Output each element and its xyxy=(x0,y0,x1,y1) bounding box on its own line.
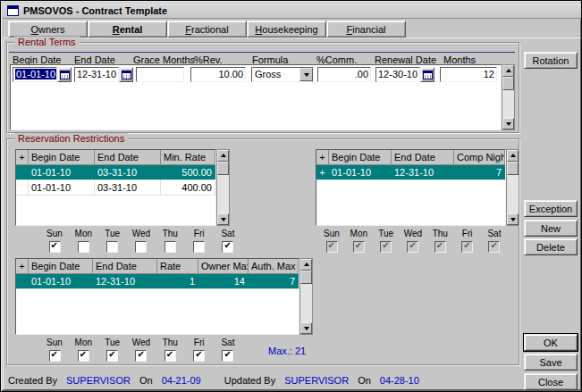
formula-combobox[interactable]: Gross xyxy=(251,67,314,82)
scroll-up-button[interactable] xyxy=(507,150,519,162)
col-auth-max: Auth. Max xyxy=(249,259,299,274)
scroll-down-button[interactable] xyxy=(502,118,514,129)
min-rate-row[interactable]: 01-01-10 03-31-10 400.00 xyxy=(16,180,215,196)
renewal-date-calendar-button[interactable] xyxy=(420,67,434,82)
begin-date-calendar-button[interactable] xyxy=(57,67,72,82)
tab-financial[interactable]: Financial xyxy=(326,21,406,38)
day-thu: Thu xyxy=(156,338,183,362)
empty-rows-area xyxy=(316,180,505,225)
formula-dropdown-button[interactable] xyxy=(299,68,313,81)
day-wed: Wed xyxy=(400,229,426,253)
tab-rental[interactable]: Rental xyxy=(88,21,167,38)
day-checkbox-sat[interactable] xyxy=(222,241,233,253)
title-bar[interactable]: PMSOVOS - Contract Template xyxy=(3,3,581,19)
scroll-down-button[interactable] xyxy=(300,322,312,334)
day-checkbox-sun[interactable] xyxy=(49,241,61,253)
day-label: Wed xyxy=(404,229,422,238)
day-label: Tue xyxy=(378,229,393,238)
scroll-up-button[interactable] xyxy=(502,65,514,77)
day-label: Wed xyxy=(132,229,150,238)
scroll-thumb[interactable] xyxy=(507,162,519,175)
owner-auth-row[interactable]: 01-01-10 12-31-10 1 14 7 xyxy=(16,274,299,289)
renewal-date-value: 12-30-10 xyxy=(378,69,418,79)
close-label: Close xyxy=(538,377,563,388)
comm-percent-field[interactable]: .00 xyxy=(317,67,371,82)
scroll-thumb[interactable] xyxy=(502,77,514,90)
reservation-restrictions-title: Reservation Restrictions xyxy=(14,133,128,144)
rev-percent-field[interactable]: 10.00 xyxy=(190,67,246,82)
cell-min-rate: 400.00 xyxy=(161,180,215,195)
day-tue: Tue xyxy=(99,229,126,253)
tab-fractional-label: Fractional xyxy=(185,24,228,35)
cell-end-date: 03-31-10 xyxy=(95,165,161,179)
arrow-up-icon xyxy=(506,66,511,72)
calendar-icon xyxy=(60,71,70,79)
day-checkbox-sun xyxy=(326,241,338,253)
day-thu: Thu xyxy=(156,229,183,253)
scroll-thumb[interactable] xyxy=(217,162,229,175)
tab-owners[interactable]: Owners xyxy=(8,21,88,38)
comp-nights-row[interactable]: + 01-01-10 12-31-10 7 xyxy=(316,165,505,180)
owner-auth-table[interactable]: + Begin Date End Date Rate Owner Max Aut… xyxy=(15,258,299,335)
day-checkbox-thu xyxy=(434,241,446,253)
day-wed: Wed xyxy=(128,229,155,253)
exception-button[interactable]: Exception xyxy=(524,200,578,217)
day-label: Mon xyxy=(75,338,92,347)
col-owner-max: Owner Max xyxy=(198,259,249,274)
empty-rows-area xyxy=(16,196,215,225)
begin-date-field[interactable]: 01-01-10 xyxy=(13,67,57,82)
day-checkbox-tue[interactable] xyxy=(106,350,118,362)
renewal-date-field[interactable]: 12-30-10 xyxy=(375,67,420,82)
arrow-down-icon xyxy=(506,122,511,129)
delete-button[interactable]: Delete xyxy=(524,238,578,255)
close-button[interactable]: Close xyxy=(524,373,578,390)
day-sun: Sun xyxy=(41,338,68,362)
day-label: Sat xyxy=(487,229,501,238)
grace-months-field[interactable] xyxy=(136,67,184,82)
day-checkbox-fri[interactable] xyxy=(193,350,205,362)
day-label: Tue xyxy=(105,338,120,347)
tab-housekeeping[interactable]: Housekeeping xyxy=(247,21,326,38)
day-checkbox-sat[interactable] xyxy=(222,350,233,362)
months-field[interactable]: 12 xyxy=(440,67,497,82)
day-checkbox-mon[interactable] xyxy=(78,350,89,362)
day-label: Thu xyxy=(163,338,178,347)
comp-nights-scrollbar[interactable] xyxy=(506,149,519,226)
scroll-down-button[interactable] xyxy=(507,213,519,225)
save-button[interactable]: Save xyxy=(524,354,578,371)
scroll-thumb[interactable] xyxy=(300,271,312,284)
chevron-down-icon xyxy=(304,73,309,79)
tab-fractional[interactable]: Fractional xyxy=(167,21,247,38)
min-rate-table[interactable]: + Begin Date End Date Min. Rate 01-01-10… xyxy=(15,149,216,226)
col-end-date: End Date xyxy=(95,150,161,165)
day-label: Sat xyxy=(221,338,234,347)
cell-plus xyxy=(16,180,29,195)
rotation-button[interactable]: Rotation xyxy=(524,52,578,69)
comp-nights-day-filter: Sun Mon Tue Wed Thu Fri xyxy=(318,229,508,253)
arrow-down-icon xyxy=(304,327,309,333)
block-separator xyxy=(9,52,515,53)
day-fri: Fri xyxy=(454,229,481,253)
arrow-down-icon xyxy=(221,218,226,224)
day-checkbox-wed[interactable] xyxy=(135,350,147,362)
ok-button[interactable]: OK xyxy=(524,334,578,351)
day-checkbox-fri[interactable] xyxy=(193,241,205,253)
day-checkbox-thu[interactable] xyxy=(164,350,176,362)
scroll-up-button[interactable] xyxy=(300,259,312,271)
scroll-up-button[interactable] xyxy=(217,150,229,162)
day-checkbox-mon[interactable] xyxy=(78,241,89,253)
rental-scrollbar[interactable] xyxy=(502,64,515,130)
day-checkbox-tue[interactable] xyxy=(106,241,118,253)
owner-auth-scrollbar[interactable] xyxy=(299,258,313,335)
end-date-field[interactable]: 12-31-10 xyxy=(74,67,119,82)
comp-nights-table[interactable]: + Begin Date End Date Comp Nights + 01-0… xyxy=(316,149,506,226)
new-button[interactable]: New xyxy=(524,220,578,237)
updated-on-value: 04-28-10 xyxy=(380,375,419,386)
min-rate-scrollbar[interactable] xyxy=(216,149,230,226)
day-checkbox-thu[interactable] xyxy=(164,241,176,253)
min-rate-row[interactable]: 01-01-10 03-31-10 500.00 xyxy=(16,165,215,180)
day-checkbox-sun[interactable] xyxy=(49,350,61,362)
scroll-down-button[interactable] xyxy=(217,213,229,225)
end-date-calendar-button[interactable] xyxy=(119,67,133,82)
day-checkbox-wed[interactable] xyxy=(135,241,147,253)
